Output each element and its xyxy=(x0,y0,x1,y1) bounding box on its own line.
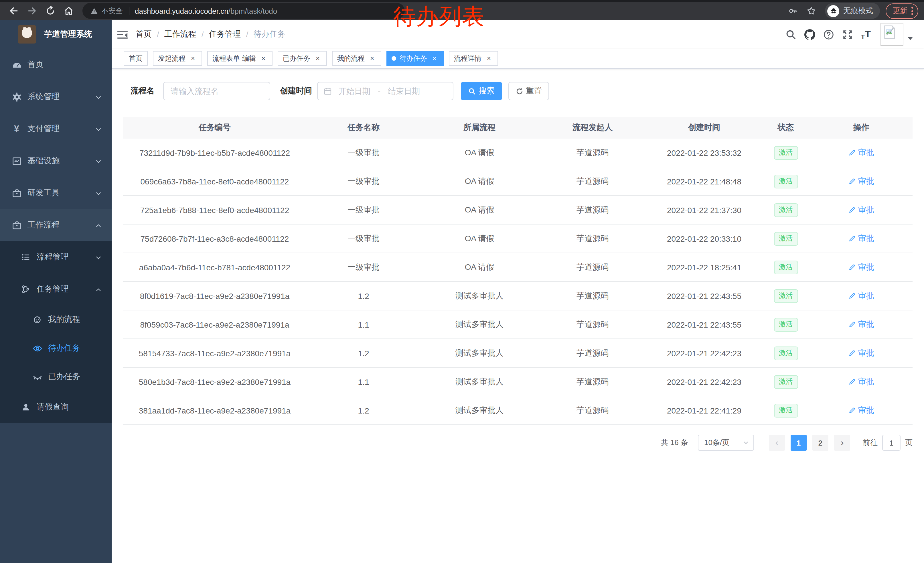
starter-cell: 芋道源码 xyxy=(538,396,647,424)
tab-close-icon[interactable]: × xyxy=(314,54,322,62)
breadcrumb-item[interactable]: 工作流程 xyxy=(164,29,196,39)
approve-link[interactable]: 审批 xyxy=(848,377,874,387)
starter-cell: 芋道源码 xyxy=(538,196,647,224)
column-header: 任务名称 xyxy=(306,117,421,139)
approve-link[interactable]: 审批 xyxy=(848,405,874,416)
sidebar-fold-icon[interactable] xyxy=(112,20,134,49)
goto-unit-label: 页 xyxy=(905,438,912,448)
forward-icon[interactable] xyxy=(27,6,37,16)
column-header: 任务编号 xyxy=(123,117,306,139)
goto-label: 前往 xyxy=(863,438,878,448)
sidebar-item-payment[interactable]: ¥ 支付管理 xyxy=(0,113,112,145)
tab-close-icon[interactable]: × xyxy=(368,54,376,62)
next-page-button[interactable]: › xyxy=(834,435,850,451)
password-key-icon[interactable] xyxy=(788,6,798,15)
toolbox-icon xyxy=(12,188,22,198)
tab-6[interactable]: 待办任务 × xyxy=(386,51,444,66)
app-logo-row: 芋道管理系统 xyxy=(0,20,112,49)
github-icon[interactable] xyxy=(804,29,815,40)
page-content: 流程名 创建时间 - 搜索 重置 xyxy=(112,69,924,563)
bookmark-star-icon[interactable] xyxy=(807,6,816,15)
approve-link[interactable]: 审批 xyxy=(848,319,874,330)
tab-close-icon[interactable]: × xyxy=(485,54,493,62)
sidebar-item-process-management[interactable]: 流程管理 xyxy=(0,241,112,273)
task-name-cell: 一级审批 xyxy=(306,167,421,195)
goto-page-input[interactable] xyxy=(882,435,900,451)
start-date-input[interactable] xyxy=(332,87,377,96)
browser-menu-icon[interactable] xyxy=(911,7,913,15)
approve-link[interactable]: 审批 xyxy=(848,176,874,186)
security-label[interactable]: 不安全 xyxy=(101,6,123,16)
browser-update-button[interactable]: 更新 xyxy=(886,3,918,19)
toolbox-icon xyxy=(12,220,22,230)
tab-4[interactable]: 已办任务 × xyxy=(278,51,327,66)
task-id-cell: 580e1b3d-7ac8-11ec-a9e2-a2380e71991a xyxy=(123,368,306,396)
font-size-icon[interactable]: TT xyxy=(861,29,871,40)
task-name-cell: 一级审批 xyxy=(306,253,421,281)
sidebar-item-system[interactable]: 系统管理 xyxy=(0,81,112,113)
tab-7[interactable]: 流程详情 × xyxy=(449,51,498,66)
fullscreen-icon[interactable] xyxy=(842,29,853,40)
sidebar-item-dev-tools[interactable]: 研发工具 xyxy=(0,177,112,209)
process-name-input[interactable] xyxy=(163,82,270,100)
update-label[interactable]: 更新 xyxy=(892,6,908,16)
end-date-input[interactable] xyxy=(382,87,426,96)
tab-close-icon[interactable]: × xyxy=(430,54,438,62)
help-icon[interactable] xyxy=(823,29,834,40)
sidebar-item-todo-tasks[interactable]: 待办任务 xyxy=(0,334,112,363)
task-id-cell: 8f059c03-7ac8-11ec-a9e2-a2380e71991a xyxy=(123,311,306,338)
url-path[interactable]: /bpm/task/todo xyxy=(228,7,278,15)
tab-3[interactable]: 流程表单-编辑 × xyxy=(207,51,273,66)
status-badge: 激活 xyxy=(774,203,798,217)
sidebar-item-task-management[interactable]: 任务管理 xyxy=(0,273,112,305)
approve-link[interactable]: 审批 xyxy=(848,262,874,272)
chevron-down-icon xyxy=(95,125,102,132)
tags-view: 首页 发起流程 × 流程表单-编辑 × 已办任务 × 我的流程 × 待办任务 ×… xyxy=(112,49,924,69)
reload-icon[interactable] xyxy=(45,6,56,16)
sidebar-item-workflow[interactable]: 工作流程 xyxy=(0,209,112,241)
approve-link[interactable]: 审批 xyxy=(848,348,874,358)
avatar[interactable] xyxy=(880,23,903,46)
approve-link[interactable]: 审批 xyxy=(848,291,874,301)
reset-button[interactable]: 重置 xyxy=(508,82,549,100)
sidebar-item-infrastructure[interactable]: 基础设施 xyxy=(0,145,112,177)
task-name-cell: 1.1 xyxy=(306,368,421,396)
task-name-cell: 一级审批 xyxy=(306,139,421,167)
sidebar-item-leave-query[interactable]: 请假查询 xyxy=(0,391,112,423)
approve-link[interactable]: 审批 xyxy=(848,147,874,158)
avatar-dropdown-caret-icon[interactable] xyxy=(908,37,913,40)
home-icon[interactable] xyxy=(63,6,74,16)
starter-cell: 芋道源码 xyxy=(538,282,647,310)
back-icon[interactable] xyxy=(9,6,19,16)
search-icon[interactable] xyxy=(786,29,796,40)
prev-page-button[interactable]: ‹ xyxy=(769,435,785,451)
sidebar-item-home[interactable]: 首页 xyxy=(0,49,112,81)
breadcrumb-item-current: 待办任务 xyxy=(254,29,285,39)
tab-close-icon[interactable]: × xyxy=(189,54,197,62)
page-button-2[interactable]: 2 xyxy=(812,435,828,451)
search-button[interactable]: 搜索 xyxy=(461,82,502,100)
table-row: 8f0d1619-7ac8-11ec-a9e2-a2380e71991a 1.2… xyxy=(123,282,912,311)
page-size-select[interactable]: 10条/页 xyxy=(698,435,754,451)
created-time-cell: 2022-01-22 20:33:10 xyxy=(647,225,761,252)
select-caret-icon xyxy=(743,440,749,446)
tab-close-icon[interactable]: × xyxy=(260,54,267,62)
tab-2[interactable]: 发起流程 × xyxy=(153,51,202,66)
breadcrumb-item[interactable]: 首页 xyxy=(136,29,152,39)
breadcrumb-item[interactable]: 任务管理 xyxy=(209,29,241,39)
sidebar-item-my-process[interactable]: 我的流程 xyxy=(0,305,112,334)
starter-cell: 芋道源码 xyxy=(538,368,647,396)
sidebar-item-done-tasks[interactable]: 已办任务 xyxy=(0,363,112,391)
created-time-cell: 2022-01-21 22:42:23 xyxy=(647,339,761,367)
starter-cell: 芋道源码 xyxy=(538,339,647,367)
approve-link[interactable]: 审批 xyxy=(848,205,874,215)
url-domain[interactable]: dashboard.yudao.iocoder.cn xyxy=(135,7,228,15)
screen: 不安全 dashboard.yudao.iocoder.cn/bpm/task/… xyxy=(0,0,924,563)
incognito-icon xyxy=(827,5,839,17)
tab-1[interactable]: 首页 xyxy=(124,51,148,66)
page-button-1[interactable]: 1 xyxy=(790,435,807,451)
approve-link[interactable]: 审批 xyxy=(848,233,874,244)
date-range-picker[interactable]: - xyxy=(317,82,453,100)
tab-5[interactable]: 我的流程 × xyxy=(332,51,381,66)
url-bar[interactable]: 不安全 dashboard.yudao.iocoder.cn/bpm/task/… xyxy=(82,3,405,19)
